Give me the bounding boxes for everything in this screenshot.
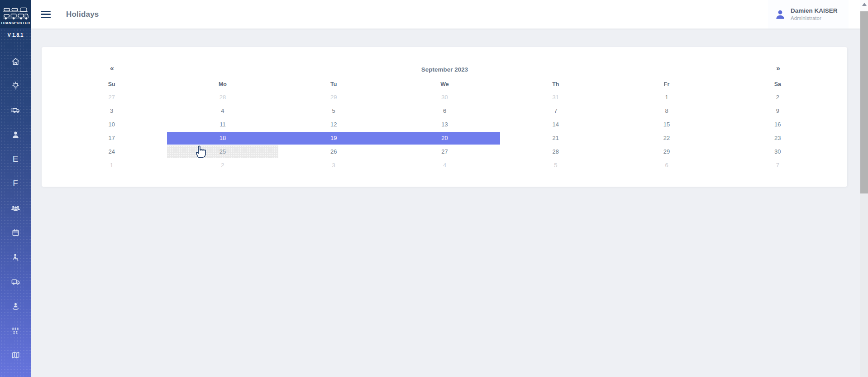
calendar-day-cell[interactable]: 26 (278, 145, 389, 158)
sidebar-item-partial-bottom[interactable] (0, 367, 31, 377)
calendar-day-cell[interactable]: 27 (56, 91, 167, 104)
user-menu[interactable]: Damien KAISER Administrator (768, 0, 849, 29)
seated-person-icon (11, 252, 20, 262)
lightbulb-icon (11, 81, 20, 91)
day-header-fr: Fr (611, 78, 722, 91)
calendar-week-row: 1234567 (56, 159, 833, 172)
calendar-day-cell[interactable]: 25 (167, 145, 278, 158)
calendar-day-cell[interactable]: 31 (500, 91, 611, 104)
calendar-week-row: 17181920212223 (56, 131, 833, 145)
sidebar-item-shipping-truck[interactable] (0, 98, 31, 122)
van-icon (10, 277, 21, 286)
letter-e-item: E (13, 154, 19, 164)
calendar-day-cell[interactable]: 17 (56, 132, 167, 145)
logo-text: TRANSPORTER (0, 21, 30, 25)
user-icon (11, 130, 20, 140)
calendar-day-cell[interactable]: 28 (500, 145, 611, 158)
calendar-day-cell[interactable]: 20 (389, 132, 500, 145)
sidebar-item-van[interactable] (0, 269, 31, 294)
sidebar-item-user[interactable] (0, 122, 31, 147)
calendar-day-cell[interactable]: 1 (56, 159, 167, 172)
calendar-week-row: 272829303112 (56, 91, 833, 104)
org-chart-icon (10, 326, 20, 335)
sidebar-item-org-chart[interactable] (0, 318, 31, 343)
calendar-week-row: 24252627282930 (56, 145, 833, 159)
sidebar-menu: EF (0, 49, 31, 377)
calendar-icon (11, 228, 20, 237)
top-header: Holidays Damien KAISER Administrator (31, 0, 860, 29)
vertical-scrollbar[interactable] (860, 0, 868, 377)
map-icon (11, 350, 20, 360)
calendar-card: « September 2023 » SuMoTuWeThFrSa 272829… (42, 47, 847, 187)
calendar-grid: 2728293031123456789101112131415161718192… (56, 91, 833, 172)
calendar-day-cell[interactable]: 28 (167, 91, 278, 104)
person-pin-icon (11, 301, 20, 311)
day-header-th: Th (500, 78, 611, 91)
calendar-day-cell[interactable]: 5 (500, 159, 611, 172)
calendar-day-cell[interactable]: 22 (611, 132, 722, 145)
sidebar-item-calendar[interactable] (0, 220, 31, 245)
scroll-up-arrow-icon[interactable] (862, 3, 867, 6)
scrollbar-thumb[interactable] (860, 11, 868, 193)
sidebar-item-person-pin[interactable] (0, 294, 31, 318)
calendar-day-cell[interactable]: 14 (500, 118, 611, 131)
calendar-day-cell[interactable]: 18 (167, 132, 278, 145)
calendar-day-cell[interactable]: 7 (500, 105, 611, 117)
sidebar-item-map[interactable] (0, 343, 31, 367)
user-role: Administrator (791, 15, 838, 21)
calendar-nav: « September 2023 » (56, 64, 833, 78)
sidebar-item-users-group[interactable] (0, 196, 31, 220)
home-icon (11, 57, 20, 66)
car-transporter-logo-icon (2, 5, 29, 20)
calendar-day-cell[interactable]: 13 (389, 118, 500, 131)
app-logo[interactable]: TRANSPORTER (0, 0, 31, 28)
calendar-day-cell[interactable]: 6 (389, 105, 500, 117)
sidebar-item-home[interactable] (0, 49, 31, 73)
calendar-day-cell[interactable]: 9 (722, 105, 833, 117)
sidebar-item-letter-f[interactable]: F (0, 171, 31, 196)
letter-f-item: F (13, 179, 18, 188)
calendar-day-cell[interactable]: 7 (722, 159, 833, 172)
calendar-day-cell[interactable]: 11 (167, 118, 278, 131)
day-header-sa: Sa (722, 78, 833, 91)
calendar-day-cell[interactable]: 1 (611, 91, 722, 104)
calendar-day-cell[interactable]: 29 (278, 91, 389, 104)
calendar-day-cell[interactable]: 29 (611, 145, 722, 158)
calendar-day-cell[interactable]: 5 (278, 105, 389, 117)
calendar-day-cell[interactable]: 15 (611, 118, 722, 131)
page-title: Holidays (66, 10, 99, 19)
avatar-icon (774, 9, 786, 20)
calendar-day-cell[interactable]: 19 (278, 132, 389, 145)
sidebar-item-lightbulb[interactable] (0, 73, 31, 98)
sidebar-item-seated-person[interactable] (0, 245, 31, 269)
calendar-day-cell[interactable]: 21 (500, 132, 611, 145)
calendar-day-cell[interactable]: 8 (611, 105, 722, 117)
calendar-day-cell[interactable]: 6 (611, 159, 722, 172)
main-content: « September 2023 » SuMoTuWeThFrSa 272829… (31, 29, 860, 377)
calendar-day-cell[interactable]: 2 (722, 91, 833, 104)
calendar-day-cell[interactable]: 23 (722, 132, 833, 145)
day-header-mo: Mo (167, 78, 278, 91)
calendar-day-cell[interactable]: 10 (56, 118, 167, 131)
sidebar-item-letter-e[interactable]: E (0, 147, 31, 171)
calendar-day-cell[interactable]: 24 (56, 145, 167, 158)
calendar-day-cell[interactable]: 4 (167, 105, 278, 117)
calendar-month-title: September 2023 (56, 66, 833, 73)
calendar-day-cell[interactable]: 12 (278, 118, 389, 131)
calendar-day-cell[interactable]: 27 (389, 145, 500, 158)
calendar-day-cell[interactable]: 4 (389, 159, 500, 172)
calendar-day-cell[interactable]: 16 (722, 118, 833, 131)
calendar-next-button[interactable]: » (722, 64, 833, 72)
calendar-day-cell[interactable]: 30 (389, 91, 500, 104)
day-header-we: We (389, 78, 500, 91)
day-header-su: Su (56, 78, 167, 91)
hamburger-menu-icon[interactable] (41, 11, 51, 18)
sidebar: TRANSPORTER V 1.8.1 EF (0, 0, 31, 377)
day-header-tu: Tu (278, 78, 389, 91)
users-group-icon (10, 203, 21, 213)
calendar-day-cell[interactable]: 30 (722, 145, 833, 158)
partial-bottom-icon (11, 367, 20, 377)
calendar-day-cell[interactable]: 3 (278, 159, 389, 172)
calendar-day-cell[interactable]: 2 (167, 159, 278, 172)
calendar-day-cell[interactable]: 3 (56, 105, 167, 117)
